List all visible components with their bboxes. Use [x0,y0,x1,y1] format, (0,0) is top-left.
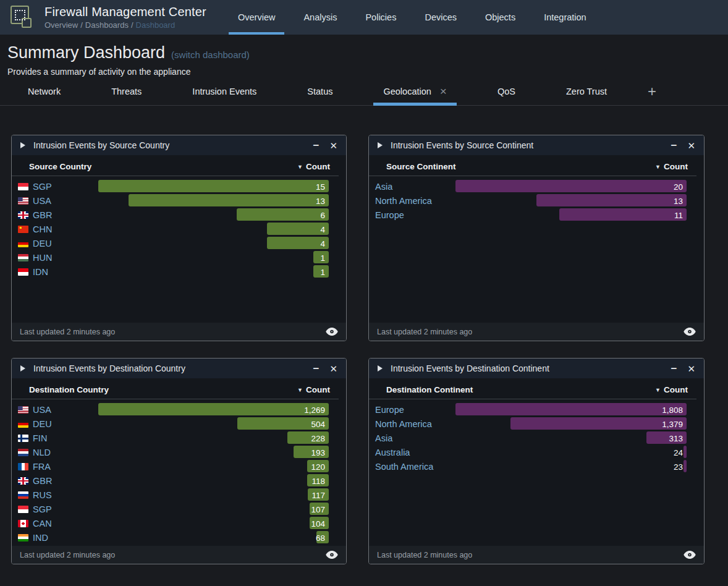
row-link[interactable]: DEU [18,239,52,248]
switch-dashboard-link[interactable]: (switch dashboard) [171,49,250,60]
row-link[interactable]: South America [375,462,433,472]
row-link[interactable]: SGP [18,504,52,514]
count-column-header[interactable]: ▼ Count [655,162,688,171]
tab-qos[interactable]: QoS [488,77,525,105]
last-updated-text: Last updated 2 minutes ago [377,328,472,336]
breadcrumb-item[interactable]: Dashboard [136,20,176,30]
row-link[interactable]: DEU [18,419,52,429]
row-link[interactable]: IND [18,533,48,543]
column-header[interactable]: Source Country [29,162,91,171]
tab-zero-trust[interactable]: Zero Trust [556,77,617,105]
sort-desc-icon: ▼ [297,164,303,170]
dashboard-tab-label: Status [307,87,332,96]
table-header-row: Source Continent ▼ Count [369,155,696,176]
table-row: HUN 1 [12,250,346,265]
row-link[interactable]: GBR [18,476,52,486]
nav-item-devices[interactable]: Devices [425,0,457,35]
table-row: IND 68 [12,530,346,545]
row-link[interactable]: GBR [18,210,52,220]
collapse-arrow-icon[interactable] [378,365,383,372]
tab-status[interactable]: Status [297,77,342,105]
eye-icon[interactable] [326,551,338,559]
close-icon[interactable]: ✕ [329,141,337,150]
country-flag-icon [18,183,28,190]
row-link[interactable]: North America [375,419,432,429]
row-link[interactable]: FIN [18,433,47,443]
table-row: CAN 104 [12,516,346,530]
row-link[interactable]: HUN [18,253,52,263]
nav-item-integration[interactable]: Integration [544,0,586,35]
row-link[interactable]: CAN [18,519,52,529]
collapse-arrow-icon[interactable] [378,142,383,148]
row-link[interactable]: North America [375,196,432,206]
table-row: DEU 4 [12,236,346,250]
row-link[interactable]: Asia [375,433,392,443]
row-link[interactable]: USA [18,405,51,415]
nav-item-policies[interactable]: Policies [365,0,396,35]
row-link[interactable]: RUS [18,490,52,500]
table-row: IDN 1 [12,265,346,279]
row-link[interactable]: FRA [18,462,51,472]
count-bar [455,180,687,192]
widget-header: Intrusion Events by Destination Country … [12,359,346,378]
table-row: Asia 20 [369,179,704,193]
widget-header: Intrusion Events by Source Country − ✕ [12,135,346,155]
row-link[interactable]: Asia [375,182,392,192]
tab-close-icon[interactable]: × [440,85,447,97]
widget-title: Intrusion Events by Source Country [33,140,169,150]
close-icon[interactable]: ✕ [329,364,337,373]
minimize-icon[interactable]: − [313,140,319,151]
column-header[interactable]: Destination Country [29,385,109,394]
row-label-text: IDN [33,267,48,277]
nav-item-objects[interactable]: Objects [485,0,515,35]
count-column-header[interactable]: ▼ Count [655,385,688,394]
widget-footer: Last updated 2 minutes ago [369,546,704,564]
add-tab-icon[interactable]: + [648,77,656,105]
dashboard-tab-label: Network [28,87,61,96]
nav-item-overview[interactable]: Overview [238,0,275,35]
row-link[interactable]: Australia [375,448,410,457]
row-link[interactable]: Europe [375,405,404,415]
column-header[interactable]: Destination Continent [386,385,473,394]
page-title: Summary Dashboard [7,43,165,62]
tab-threats[interactable]: Threats [101,77,151,105]
dashboard-tab-label: Threats [111,87,142,96]
nav-item-label: Objects [485,12,515,22]
minimize-icon[interactable]: − [671,363,677,374]
count-column-header[interactable]: ▼ Count [297,162,330,171]
tab-geolocation[interactable]: Geolocation × [373,77,457,105]
collapse-arrow-icon[interactable] [20,142,25,148]
nav-item-label: Overview [238,12,275,22]
country-flag-icon [18,406,28,414]
breadcrumb-separator: / [80,20,83,30]
minimize-icon[interactable]: − [313,363,319,374]
row-link[interactable]: CHN [18,224,52,234]
breadcrumb-item[interactable]: Dashboards [85,20,129,30]
tab-network[interactable]: Network [18,77,70,105]
breadcrumb-item[interactable]: Overview [44,20,78,30]
tab-intrusion-events[interactable]: Intrusion Events [182,77,266,105]
widget-panel: Intrusion Events by Source Continent − ✕… [368,135,705,341]
row-label-text: DEU [33,239,52,248]
row-count: 1,808 [662,405,683,414]
count-column-header[interactable]: ▼ Count [297,385,330,394]
row-link[interactable]: SGP [18,182,52,192]
column-header[interactable]: Source Continent [386,162,456,171]
row-link[interactable]: NLD [18,448,51,457]
collapse-arrow-icon[interactable] [20,365,25,372]
eye-icon[interactable] [326,328,338,336]
row-label-text: FIN [33,433,47,443]
close-icon[interactable]: ✕ [687,364,695,373]
row-label-text: GBR [33,476,52,486]
minimize-icon[interactable]: − [671,140,677,151]
nav-item-analysis[interactable]: Analysis [303,0,337,35]
country-flag-icon [18,268,28,276]
row-link[interactable]: IDN [18,267,48,277]
eye-icon[interactable] [684,328,696,336]
row-count: 23 [674,462,683,471]
close-icon[interactable]: ✕ [687,141,695,150]
row-link[interactable]: Europe [375,210,404,220]
row-count: 1 [320,267,325,276]
eye-icon[interactable] [684,551,696,559]
row-link[interactable]: USA [18,196,51,206]
